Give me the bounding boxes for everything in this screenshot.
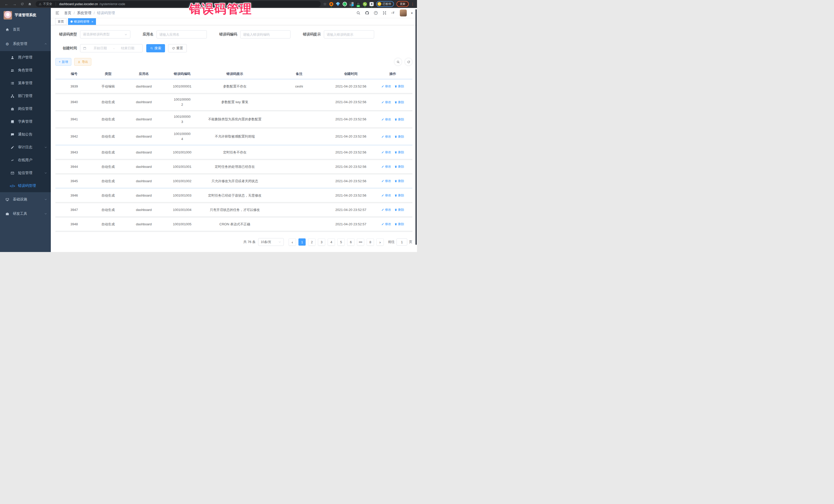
sidebar-item[interactable]: ⚙ 系统管理 (0, 37, 51, 51)
page-number-button[interactable]: 1 (299, 238, 306, 246)
delete-link[interactable]: 删除 (394, 100, 404, 105)
error-code-input[interactable] (240, 30, 290, 39)
check-extension-icon[interactable] (343, 2, 347, 6)
app-name-input[interactable] (156, 30, 207, 39)
cell-type: 自动生成 (93, 131, 124, 142)
user-avatar[interactable] (400, 9, 407, 17)
sidebar-item[interactable]: 基础设施 (0, 192, 51, 206)
onpage-extension-icon[interactable]: on (356, 2, 360, 6)
table-row: 3941 自动生成 dashboard 100100000 3 不能删除类型为系… (56, 111, 412, 129)
sidebar-item[interactable]: 审计日志 (0, 141, 51, 154)
github-icon[interactable] (365, 11, 369, 15)
fullscreen-icon[interactable] (382, 11, 387, 15)
home-icon[interactable] (28, 2, 31, 6)
sidebar-collapse-icon[interactable] (55, 11, 60, 15)
export-button[interactable]: 导出 (74, 58, 91, 66)
sidebar-item[interactable]: 菜单管理 (0, 77, 51, 90)
delete-link[interactable]: 删除 (394, 165, 404, 169)
add-button[interactable]: + 新增 (56, 58, 71, 66)
target-extension-icon[interactable] (329, 2, 333, 6)
puzzle-extension-icon[interactable] (370, 2, 374, 6)
security-chip[interactable]: 不安全 (43, 2, 52, 6)
forward-icon[interactable]: → (13, 2, 17, 6)
edit-link[interactable]: 修改 (381, 134, 391, 139)
delete-link[interactable]: 删除 (394, 150, 404, 154)
sidebar-item[interactable]: </> 错误码管理 (0, 179, 51, 192)
sidebar-item[interactable]: 用户管理 (0, 51, 51, 64)
page-number-button[interactable]: ••• (357, 238, 364, 246)
browser-menu-icon[interactable]: ⋮ (411, 2, 414, 6)
prev-page-button[interactable]: ‹ (289, 238, 296, 246)
search-button[interactable]: 搜索 (146, 44, 165, 52)
page-number-button[interactable]: 8 (367, 238, 374, 246)
next-page-button[interactable]: › (376, 238, 383, 246)
search-icon[interactable] (356, 11, 360, 15)
sidebar-item[interactable]: 字典管理 (0, 115, 51, 128)
error-msg-input[interactable] (324, 30, 374, 39)
delete-link[interactable]: 删除 (394, 84, 404, 89)
bookmark-star-icon[interactable]: ☆ (323, 2, 327, 6)
browser-update-button[interactable]: 更新 (396, 1, 409, 7)
page-number-button[interactable]: 6 (347, 238, 354, 246)
edit-link[interactable]: 修改 (381, 207, 391, 212)
avatar-caret-icon[interactable]: ▾ (411, 12, 413, 15)
page-number-button[interactable]: 2 (308, 238, 315, 246)
sidebar-item[interactable]: 在线用户 (0, 154, 51, 167)
sidebar-item[interactable]: 部门管理 (0, 90, 51, 103)
help-icon[interactable]: ? (374, 11, 378, 15)
key-extension-icon[interactable] (363, 2, 367, 6)
refresh-table-button[interactable] (405, 58, 412, 66)
browser-scrollbar[interactable] (415, 9, 417, 245)
delete-link[interactable]: 删除 (394, 117, 404, 122)
font-size-icon[interactable]: TT (391, 11, 395, 15)
edit-link[interactable]: 修改 (381, 165, 391, 169)
breadcrumb-home[interactable]: 首页 (64, 11, 71, 15)
delete-icon (394, 101, 397, 104)
edit-link[interactable]: 修改 (381, 222, 391, 226)
page-content: 错误码类型 请选择错误码类型 应用名 错误码编码 错误码提示 创建时间 (51, 25, 417, 252)
grid-extension-icon[interactable] (350, 2, 354, 6)
edit-link[interactable]: 修改 (381, 117, 391, 122)
infra-icon (5, 198, 9, 201)
cell-id: 3948 (56, 219, 93, 230)
error-type-select[interactable]: 请选择错误码类型 (80, 30, 130, 39)
edit-link[interactable]: 修改 (381, 84, 391, 89)
back-icon[interactable]: ← (5, 2, 8, 6)
edit-link[interactable]: 修改 (381, 150, 391, 154)
tab-home[interactable]: 首页 (55, 18, 66, 25)
sidebar-item[interactable]: 研发工具 (0, 206, 51, 221)
delete-link[interactable]: 删除 (394, 207, 404, 212)
delete-icon (394, 209, 397, 211)
date-range-picker[interactable]: 开始日期 - 结束日期 (80, 44, 143, 52)
edit-link[interactable]: 修改 (381, 100, 391, 105)
cell-created: 2021-04-20 23:52:56 (328, 161, 373, 172)
page-number-button[interactable]: 5 (337, 238, 345, 246)
url-bar[interactable]: ⚠ 不安全 dashboard.yudao.iocoder.cn /system… (36, 1, 321, 7)
sidebar-item[interactable]: 通知公告 (0, 128, 51, 141)
page-number-button[interactable]: 3 (318, 238, 325, 246)
reload-icon[interactable] (21, 2, 24, 6)
delete-link[interactable]: 删除 (394, 222, 404, 226)
goto-page-input[interactable] (396, 238, 407, 246)
chevron-left-icon: ‹ (292, 240, 293, 244)
delete-link[interactable]: 删除 (394, 179, 404, 183)
edit-link[interactable]: 修改 (381, 179, 391, 183)
sidebar-item[interactable]: 首页 (0, 22, 51, 37)
sidebar-item[interactable]: 岗位管理 (0, 103, 51, 115)
app-logo[interactable]: 芋道管理系统 (0, 8, 51, 22)
reset-button[interactable]: 重置 (168, 44, 187, 52)
gem-extension-icon[interactable] (336, 2, 340, 6)
page-size-select[interactable]: 10条/页 (258, 238, 284, 246)
sidebar-item[interactable]: 短信管理 (0, 167, 51, 179)
tab-error-code[interactable]: 错误码管理 × (68, 18, 96, 25)
browser-profile-chip[interactable]: 已暂停 (376, 1, 394, 7)
tab-close-icon[interactable]: × (91, 20, 93, 23)
edit-link[interactable]: 修改 (381, 193, 391, 198)
sidebar-item[interactable]: 角色管理 (0, 64, 51, 77)
delete-link[interactable]: 删除 (394, 134, 404, 139)
cell-code: 1001001002 (164, 176, 200, 187)
toggle-search-button[interactable] (394, 58, 402, 66)
breadcrumb-system[interactable]: 系统管理 (77, 11, 91, 15)
page-number-button[interactable]: 4 (328, 238, 335, 246)
delete-link[interactable]: 删除 (394, 193, 404, 198)
